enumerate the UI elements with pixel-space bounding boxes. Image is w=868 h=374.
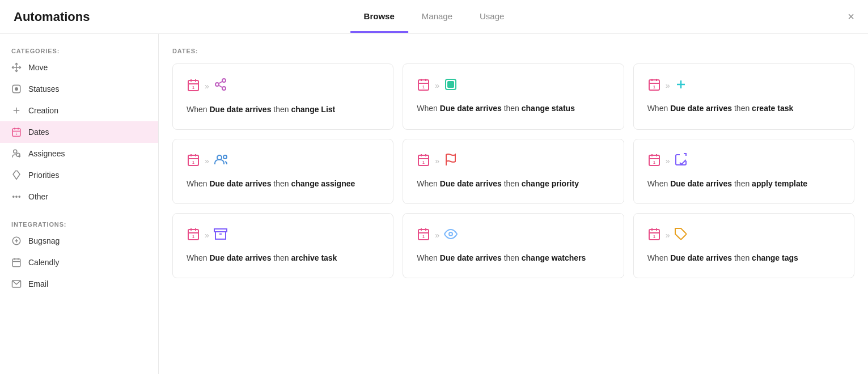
svg-point-80 <box>449 232 452 236</box>
card-icons: 1 » <box>187 153 379 169</box>
arrow-separator: » <box>666 81 670 90</box>
sidebar-item-calendly[interactable]: Calendly <box>0 252 158 273</box>
sidebar-item-bugsnag[interactable]: Bugsnag <box>0 230 158 252</box>
card-icons: 1 » <box>417 227 609 243</box>
app-container: Automations Browse Manage Usage × CATEGO… <box>0 0 868 374</box>
arrow-separator: » <box>666 231 670 240</box>
template-icon <box>674 153 688 169</box>
arrow-separator: » <box>435 81 439 90</box>
plus-icon <box>674 78 688 94</box>
svg-text:1: 1 <box>422 160 425 164</box>
sidebar-item-move-label: Move <box>28 63 48 72</box>
sidebar-item-other-label: Other <box>28 192 48 201</box>
people-icon <box>214 153 228 169</box>
calendar-icon: 1 <box>187 227 200 243</box>
svg-line-35 <box>218 82 222 84</box>
sidebar-item-statuses[interactable]: Statuses <box>0 78 158 100</box>
trigger-text: Due date arrives <box>670 179 732 188</box>
sidebar-item-dates[interactable]: 1 Dates <box>0 121 158 143</box>
card-text: When Due date arrives then change assign… <box>187 178 379 190</box>
trigger-text: Due date arrives <box>209 179 271 188</box>
card-change-list[interactable]: 1 » When Due date a <box>172 63 393 130</box>
card-icons: 1 » <box>647 78 840 94</box>
dates-section-label: DATES: <box>172 48 854 54</box>
svg-text:1: 1 <box>192 160 194 164</box>
svg-point-15 <box>13 196 14 197</box>
card-text: When Due date arrives then archive task <box>187 252 379 264</box>
card-icons: 1 » <box>187 78 379 95</box>
tab-manage[interactable]: Manage <box>408 1 466 33</box>
svg-point-55 <box>217 155 222 160</box>
card-archive-task[interactable]: 1 » When Due date a <box>172 213 393 278</box>
card-change-assignee[interactable]: 1 » <box>172 139 393 204</box>
card-change-priority[interactable]: 1 » When Due date arrives then chang <box>403 139 624 204</box>
calendar-icon: 1 <box>187 78 200 94</box>
svg-marker-14 <box>13 171 20 180</box>
card-icons: 1 » <box>417 153 609 169</box>
svg-point-11 <box>14 150 17 153</box>
svg-point-3 <box>15 88 18 91</box>
watchers-icon <box>444 227 458 243</box>
sidebar-item-priorities-label: Priorities <box>28 171 59 180</box>
tab-browse[interactable]: Browse <box>350 1 408 33</box>
dates-icon: 1 <box>11 127 22 137</box>
svg-point-31 <box>222 79 226 82</box>
action-text: apply template <box>752 179 807 188</box>
sidebar-item-email[interactable]: Email <box>0 273 158 295</box>
action-text: change status <box>522 104 575 113</box>
sidebar-item-bugsnag-label: Bugsnag <box>28 236 60 245</box>
svg-point-56 <box>223 155 227 159</box>
card-text: When Due date arrives then change tags <box>647 252 840 264</box>
svg-text:1: 1 <box>422 85 425 89</box>
calendly-icon <box>11 257 22 267</box>
svg-text:1: 1 <box>192 235 194 239</box>
trigger-text: Due date arrives <box>440 179 502 188</box>
header-tabs: Browse Manage Usage <box>350 1 518 33</box>
card-change-status[interactable]: 1 » When Due date arrives then chang <box>403 63 624 130</box>
bugsnag-icon <box>11 236 22 246</box>
action-text: change watchers <box>522 253 586 262</box>
sidebar-item-assignees[interactable]: Assignees <box>0 143 158 164</box>
sidebar-item-email-label: Email <box>28 279 48 288</box>
svg-line-34 <box>218 86 222 88</box>
card-change-tags[interactable]: 1 » When Due date arrives then chang <box>633 213 854 278</box>
main-content: DATES: 1 » <box>159 34 868 374</box>
sidebar-item-move[interactable]: Move <box>0 57 158 78</box>
svg-text:1: 1 <box>192 86 194 90</box>
card-text: When Due date arrives then change List <box>187 104 379 116</box>
app-title: Automations <box>14 10 90 24</box>
move-icon <box>11 62 22 73</box>
other-icon <box>11 192 22 202</box>
card-change-watchers[interactable]: 1 » When Due date arrives then chang <box>403 213 624 278</box>
svg-text:1: 1 <box>653 160 655 164</box>
svg-text:1: 1 <box>653 235 655 239</box>
sidebar-item-statuses-label: Statuses <box>28 84 59 94</box>
svg-rect-73 <box>214 229 227 232</box>
trigger-text: Due date arrives <box>670 253 732 262</box>
integrations-label: INTEGRATIONS: <box>0 216 158 230</box>
svg-text:1: 1 <box>653 85 655 89</box>
svg-point-33 <box>222 87 226 90</box>
card-icons: 1 » <box>647 153 840 169</box>
sidebar-item-other[interactable]: Other <box>0 186 158 207</box>
card-apply-template[interactable]: 1 » When Due date a <box>633 139 854 204</box>
archive-icon <box>214 227 227 243</box>
assignees-icon <box>11 148 22 159</box>
svg-rect-42 <box>448 82 454 87</box>
card-icons: 1 » <box>647 227 840 243</box>
priorities-icon <box>11 170 22 180</box>
trigger-text: Due date arrives <box>209 253 271 262</box>
action-text: archive task <box>291 253 337 262</box>
trigger-text: Due date arrives <box>209 105 271 114</box>
flag-icon <box>444 153 458 169</box>
tag-icon <box>674 227 688 243</box>
sidebar-item-priorities[interactable]: Priorities <box>0 164 158 186</box>
card-text: When Due date arrives then change priori… <box>417 178 609 190</box>
sidebar-item-creation[interactable]: Creation <box>0 100 158 121</box>
svg-point-16 <box>16 196 17 197</box>
tab-usage[interactable]: Usage <box>466 1 518 33</box>
card-text: When Due date arrives then create task <box>647 103 840 114</box>
card-create-task[interactable]: 1 » When Due date arrives then create ta… <box>633 63 854 130</box>
calendar-icon: 1 <box>647 227 661 243</box>
close-button[interactable]: × <box>848 10 854 23</box>
